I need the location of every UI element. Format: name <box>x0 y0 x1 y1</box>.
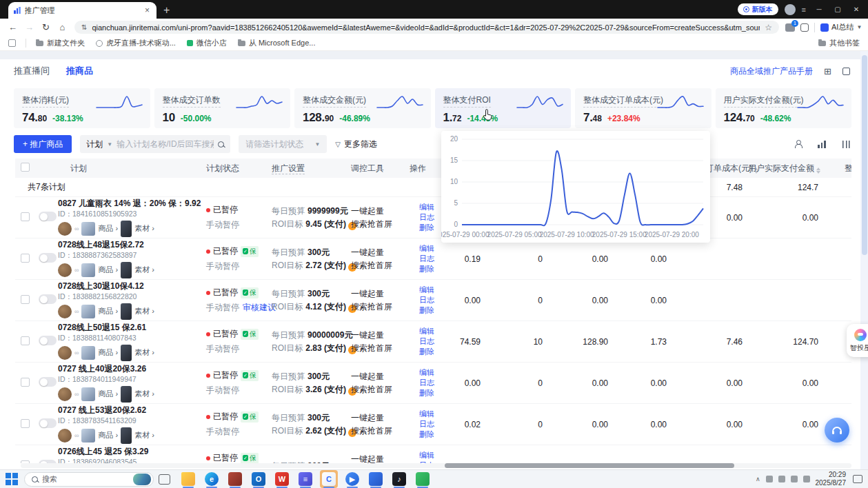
metric-card[interactable]: 整体消耗(元)74.80-38.13% <box>14 88 150 128</box>
delete-link[interactable]: 删除 <box>419 429 441 440</box>
metric-card[interactable]: 整体成交金额(元)128.90-46.89% <box>294 88 431 128</box>
material-link[interactable]: 素材 › <box>134 223 154 234</box>
window-maximize-button[interactable]: ▢ <box>831 6 844 13</box>
tab-close-icon[interactable]: × <box>143 6 151 15</box>
search-screen-link[interactable]: 搜索抢首屏 <box>351 259 410 272</box>
select-all-checkbox[interactable] <box>21 163 30 172</box>
product-link[interactable]: 商品 › <box>98 223 118 234</box>
site-info-icon[interactable]: ⇅ <box>81 23 87 31</box>
other-bookmarks[interactable]: 其他书签 <box>818 38 860 48</box>
notification-icon[interactable] <box>853 475 862 483</box>
new-tab-button[interactable]: + <box>163 4 170 17</box>
material-link[interactable]: 素材 › <box>134 389 154 399</box>
search-screen-link[interactable]: 搜索抢首屏 <box>351 342 410 355</box>
vertical-scrollbar-track[interactable] <box>860 51 868 469</box>
row-checkbox[interactable] <box>21 254 30 263</box>
log-link[interactable]: 日志 <box>419 419 441 429</box>
assistant-widget[interactable]: 智投星 <box>847 324 868 357</box>
docs-app-icon[interactable]: ≡ <box>296 470 314 488</box>
search-screen-link[interactable]: 搜索抢首屏 <box>351 301 410 314</box>
qianchuan-icon[interactable]: C <box>320 470 338 488</box>
ai-summary-button[interactable]: AI总结 ▼ <box>820 22 862 32</box>
extension-icon[interactable]: 1 <box>785 23 795 32</box>
volume-icon[interactable] <box>791 476 798 482</box>
tab-live-room[interactable]: 推直播间 <box>14 65 50 77</box>
tab-products[interactable]: 推商品 <box>66 65 93 77</box>
search-screen-link[interactable]: 搜索抢首屏 <box>351 383 410 396</box>
search-screen-link[interactable]: 搜索抢首屏 <box>351 425 410 438</box>
network-icon[interactable] <box>803 476 810 482</box>
help-button[interactable] <box>825 418 849 443</box>
bookmark-star-icon[interactable]: ☆ <box>765 23 772 32</box>
product-link[interactable]: 商品 › <box>98 306 118 316</box>
more-filters-button[interactable]: ▽ 更多筛选 <box>335 139 377 150</box>
bookmark-item[interactable]: 微信小店 <box>187 38 227 48</box>
product-link[interactable]: 商品 › <box>98 265 118 275</box>
one-key-boost-link[interactable]: 一键起量 <box>351 205 410 218</box>
file-explorer-icon[interactable] <box>179 470 197 488</box>
product-link[interactable]: 商品 › <box>98 347 118 358</box>
one-key-boost-link[interactable]: 一键起量 <box>351 411 410 425</box>
vertical-scrollbar-thumb[interactable] <box>862 55 867 255</box>
outlook-icon[interactable]: O <box>250 470 268 488</box>
one-key-boost-link[interactable]: 一键起量 <box>351 329 410 342</box>
row-checkbox[interactable] <box>21 378 30 387</box>
promote-product-button[interactable]: + 推广商品 <box>14 135 72 153</box>
material-link[interactable]: 素材 › <box>134 347 154 358</box>
review-suggestion-link[interactable]: 审核建议 <box>243 303 276 312</box>
browser-menu-icon[interactable]: ≡ <box>802 6 807 14</box>
url-text[interactable]: qianchuan.jinritemai.com/uni-prom?aavid=… <box>92 23 760 32</box>
edit-link[interactable]: 编辑 <box>419 367 441 378</box>
store-app-icon[interactable] <box>226 470 244 488</box>
product-link[interactable]: 商品 › <box>98 389 118 399</box>
new-version-badge[interactable]: 新版本 <box>738 3 778 15</box>
log-link[interactable]: 日志 <box>419 212 441 223</box>
material-link[interactable]: 素材 › <box>134 265 154 275</box>
one-key-boost-link[interactable]: 一键起量 <box>351 287 410 301</box>
bookmark-item[interactable]: 从 Microsoft Edge... <box>238 38 316 48</box>
player-app-icon[interactable]: ▶ <box>343 470 361 488</box>
mic-icon[interactable] <box>778 476 785 482</box>
forward-icon[interactable]: → <box>22 22 37 32</box>
taskbar-clock[interactable]: 20:29 2025/8/27 <box>816 471 847 487</box>
wechat-icon[interactable] <box>414 470 432 488</box>
metric-card[interactable]: 整体成交订单成本(元)7.48+23.84% <box>575 88 711 128</box>
extensions-puzzle-icon[interactable] <box>800 23 809 32</box>
bookmark-item[interactable]: 新建文件夹 <box>36 38 85 48</box>
search-input[interactable] <box>117 139 214 149</box>
browser-avatar[interactable] <box>785 4 796 15</box>
row-toggle[interactable] <box>39 336 57 345</box>
edit-link[interactable]: 编辑 <box>419 285 441 295</box>
edit-link[interactable]: 编辑 <box>419 202 441 212</box>
home-icon[interactable]: ⌂ <box>55 22 70 32</box>
edit-link[interactable]: 编辑 <box>419 243 441 254</box>
delete-link[interactable]: 删除 <box>419 347 441 357</box>
log-link[interactable]: 日志 <box>419 254 441 264</box>
display-icon[interactable] <box>766 476 773 482</box>
row-toggle[interactable] <box>39 253 57 263</box>
wps-icon[interactable]: W <box>273 470 291 488</box>
row-checkbox[interactable] <box>21 419 30 428</box>
row-checkbox[interactable] <box>21 295 30 304</box>
window-minimize-button[interactable]: ─ <box>813 6 825 13</box>
metric-card[interactable]: 用户实际支付金额(元)124.70-48.62% <box>716 88 852 128</box>
product-link[interactable]: 商品 › <box>98 430 118 440</box>
row-checkbox[interactable] <box>21 212 30 221</box>
fullscreen-icon[interactable] <box>842 68 850 75</box>
window-close-button[interactable]: ✕ <box>850 6 862 13</box>
log-link[interactable]: 日志 <box>419 295 441 305</box>
back-icon[interactable]: ← <box>6 22 20 32</box>
sort-icon[interactable] <box>816 167 820 174</box>
chart-icon[interactable] <box>818 141 827 148</box>
side-panel-icon[interactable] <box>8 39 16 47</box>
edit-link[interactable]: 编辑 <box>419 326 441 336</box>
one-key-boost-link[interactable]: 一键起量 <box>351 453 410 464</box>
search-icon[interactable] <box>218 141 224 148</box>
delete-link[interactable]: 删除 <box>419 388 441 398</box>
netdisk-icon[interactable] <box>367 470 385 488</box>
row-checkbox[interactable] <box>21 336 30 345</box>
bookmark-item[interactable]: 虎牙直播-技术驱动... <box>96 38 176 48</box>
edit-link[interactable]: 编辑 <box>419 409 441 419</box>
reload-icon[interactable]: ↻ <box>39 22 53 32</box>
horizontal-scrollbar-thumb[interactable] <box>445 463 734 468</box>
